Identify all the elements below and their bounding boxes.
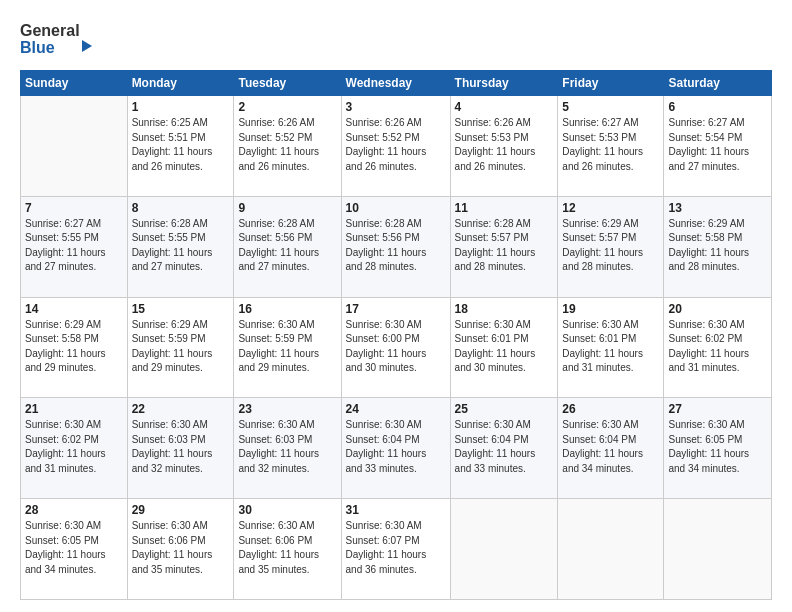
weekday-header-friday: Friday	[558, 71, 664, 96]
calendar-cell: 26Sunrise: 6:30 AM Sunset: 6:04 PM Dayli…	[558, 398, 664, 499]
day-info: Sunrise: 6:29 AM Sunset: 5:57 PM Dayligh…	[562, 217, 659, 275]
calendar-cell: 16Sunrise: 6:30 AM Sunset: 5:59 PM Dayli…	[234, 297, 341, 398]
day-info: Sunrise: 6:28 AM Sunset: 5:57 PM Dayligh…	[455, 217, 554, 275]
calendar-cell: 15Sunrise: 6:29 AM Sunset: 5:59 PM Dayli…	[127, 297, 234, 398]
calendar-cell: 21Sunrise: 6:30 AM Sunset: 6:02 PM Dayli…	[21, 398, 128, 499]
calendar-cell: 1Sunrise: 6:25 AM Sunset: 5:51 PM Daylig…	[127, 96, 234, 197]
day-number: 3	[346, 100, 446, 114]
day-info: Sunrise: 6:26 AM Sunset: 5:52 PM Dayligh…	[346, 116, 446, 174]
day-info: Sunrise: 6:30 AM Sunset: 6:06 PM Dayligh…	[132, 519, 230, 577]
calendar-cell: 24Sunrise: 6:30 AM Sunset: 6:04 PM Dayli…	[341, 398, 450, 499]
calendar-cell: 5Sunrise: 6:27 AM Sunset: 5:53 PM Daylig…	[558, 96, 664, 197]
day-number: 26	[562, 402, 659, 416]
day-number: 17	[346, 302, 446, 316]
day-number: 6	[668, 100, 767, 114]
day-info: Sunrise: 6:30 AM Sunset: 6:01 PM Dayligh…	[455, 318, 554, 376]
day-number: 24	[346, 402, 446, 416]
day-info: Sunrise: 6:30 AM Sunset: 5:59 PM Dayligh…	[238, 318, 336, 376]
day-info: Sunrise: 6:30 AM Sunset: 6:04 PM Dayligh…	[346, 418, 446, 476]
day-info: Sunrise: 6:26 AM Sunset: 5:53 PM Dayligh…	[455, 116, 554, 174]
day-number: 4	[455, 100, 554, 114]
day-number: 25	[455, 402, 554, 416]
svg-text:General: General	[20, 22, 80, 39]
calendar-cell: 10Sunrise: 6:28 AM Sunset: 5:56 PM Dayli…	[341, 196, 450, 297]
day-info: Sunrise: 6:30 AM Sunset: 6:07 PM Dayligh…	[346, 519, 446, 577]
calendar-table: SundayMondayTuesdayWednesdayThursdayFrid…	[20, 70, 772, 600]
day-info: Sunrise: 6:29 AM Sunset: 5:59 PM Dayligh…	[132, 318, 230, 376]
logo: GeneralBlue	[20, 18, 100, 60]
day-info: Sunrise: 6:30 AM Sunset: 6:05 PM Dayligh…	[25, 519, 123, 577]
day-number: 15	[132, 302, 230, 316]
day-number: 1	[132, 100, 230, 114]
page: GeneralBlue SundayMondayTuesdayWednesday…	[0, 0, 792, 612]
calendar-cell: 13Sunrise: 6:29 AM Sunset: 5:58 PM Dayli…	[664, 196, 772, 297]
header: GeneralBlue	[20, 18, 772, 60]
week-row-4: 21Sunrise: 6:30 AM Sunset: 6:02 PM Dayli…	[21, 398, 772, 499]
calendar-cell: 30Sunrise: 6:30 AM Sunset: 6:06 PM Dayli…	[234, 499, 341, 600]
calendar-cell: 7Sunrise: 6:27 AM Sunset: 5:55 PM Daylig…	[21, 196, 128, 297]
calendar-cell: 23Sunrise: 6:30 AM Sunset: 6:03 PM Dayli…	[234, 398, 341, 499]
day-info: Sunrise: 6:30 AM Sunset: 6:02 PM Dayligh…	[668, 318, 767, 376]
calendar-cell	[21, 96, 128, 197]
day-info: Sunrise: 6:28 AM Sunset: 5:55 PM Dayligh…	[132, 217, 230, 275]
day-number: 7	[25, 201, 123, 215]
calendar-cell: 25Sunrise: 6:30 AM Sunset: 6:04 PM Dayli…	[450, 398, 558, 499]
calendar-cell	[450, 499, 558, 600]
day-info: Sunrise: 6:30 AM Sunset: 6:04 PM Dayligh…	[562, 418, 659, 476]
week-row-2: 7Sunrise: 6:27 AM Sunset: 5:55 PM Daylig…	[21, 196, 772, 297]
calendar-cell: 27Sunrise: 6:30 AM Sunset: 6:05 PM Dayli…	[664, 398, 772, 499]
day-info: Sunrise: 6:28 AM Sunset: 5:56 PM Dayligh…	[346, 217, 446, 275]
day-number: 18	[455, 302, 554, 316]
day-info: Sunrise: 6:27 AM Sunset: 5:53 PM Dayligh…	[562, 116, 659, 174]
calendar-cell: 3Sunrise: 6:26 AM Sunset: 5:52 PM Daylig…	[341, 96, 450, 197]
day-number: 31	[346, 503, 446, 517]
calendar-cell: 8Sunrise: 6:28 AM Sunset: 5:55 PM Daylig…	[127, 196, 234, 297]
calendar-cell	[664, 499, 772, 600]
day-number: 21	[25, 402, 123, 416]
day-number: 27	[668, 402, 767, 416]
svg-marker-2	[82, 40, 92, 52]
day-info: Sunrise: 6:27 AM Sunset: 5:55 PM Dayligh…	[25, 217, 123, 275]
day-number: 8	[132, 201, 230, 215]
weekday-header-sunday: Sunday	[21, 71, 128, 96]
calendar-cell: 14Sunrise: 6:29 AM Sunset: 5:58 PM Dayli…	[21, 297, 128, 398]
calendar-cell: 31Sunrise: 6:30 AM Sunset: 6:07 PM Dayli…	[341, 499, 450, 600]
day-number: 9	[238, 201, 336, 215]
day-number: 23	[238, 402, 336, 416]
day-info: Sunrise: 6:30 AM Sunset: 6:04 PM Dayligh…	[455, 418, 554, 476]
day-number: 5	[562, 100, 659, 114]
calendar-cell: 9Sunrise: 6:28 AM Sunset: 5:56 PM Daylig…	[234, 196, 341, 297]
day-info: Sunrise: 6:30 AM Sunset: 6:05 PM Dayligh…	[668, 418, 767, 476]
day-info: Sunrise: 6:26 AM Sunset: 5:52 PM Dayligh…	[238, 116, 336, 174]
day-number: 20	[668, 302, 767, 316]
calendar-cell: 20Sunrise: 6:30 AM Sunset: 6:02 PM Dayli…	[664, 297, 772, 398]
week-row-1: 1Sunrise: 6:25 AM Sunset: 5:51 PM Daylig…	[21, 96, 772, 197]
day-number: 12	[562, 201, 659, 215]
weekday-header-wednesday: Wednesday	[341, 71, 450, 96]
weekday-header-thursday: Thursday	[450, 71, 558, 96]
calendar-cell: 6Sunrise: 6:27 AM Sunset: 5:54 PM Daylig…	[664, 96, 772, 197]
day-info: Sunrise: 6:30 AM Sunset: 6:06 PM Dayligh…	[238, 519, 336, 577]
day-info: Sunrise: 6:30 AM Sunset: 6:00 PM Dayligh…	[346, 318, 446, 376]
day-number: 30	[238, 503, 336, 517]
calendar-cell: 18Sunrise: 6:30 AM Sunset: 6:01 PM Dayli…	[450, 297, 558, 398]
day-info: Sunrise: 6:29 AM Sunset: 5:58 PM Dayligh…	[668, 217, 767, 275]
day-info: Sunrise: 6:30 AM Sunset: 6:03 PM Dayligh…	[238, 418, 336, 476]
day-info: Sunrise: 6:25 AM Sunset: 5:51 PM Dayligh…	[132, 116, 230, 174]
calendar-cell: 11Sunrise: 6:28 AM Sunset: 5:57 PM Dayli…	[450, 196, 558, 297]
day-number: 13	[668, 201, 767, 215]
calendar-cell: 19Sunrise: 6:30 AM Sunset: 6:01 PM Dayli…	[558, 297, 664, 398]
calendar-cell	[558, 499, 664, 600]
day-info: Sunrise: 6:30 AM Sunset: 6:01 PM Dayligh…	[562, 318, 659, 376]
weekday-header-monday: Monday	[127, 71, 234, 96]
day-number: 16	[238, 302, 336, 316]
day-info: Sunrise: 6:28 AM Sunset: 5:56 PM Dayligh…	[238, 217, 336, 275]
calendar-cell: 29Sunrise: 6:30 AM Sunset: 6:06 PM Dayli…	[127, 499, 234, 600]
day-number: 19	[562, 302, 659, 316]
svg-text:Blue: Blue	[20, 39, 55, 56]
day-info: Sunrise: 6:29 AM Sunset: 5:58 PM Dayligh…	[25, 318, 123, 376]
day-number: 11	[455, 201, 554, 215]
week-row-3: 14Sunrise: 6:29 AM Sunset: 5:58 PM Dayli…	[21, 297, 772, 398]
calendar-cell: 28Sunrise: 6:30 AM Sunset: 6:05 PM Dayli…	[21, 499, 128, 600]
day-info: Sunrise: 6:30 AM Sunset: 6:03 PM Dayligh…	[132, 418, 230, 476]
